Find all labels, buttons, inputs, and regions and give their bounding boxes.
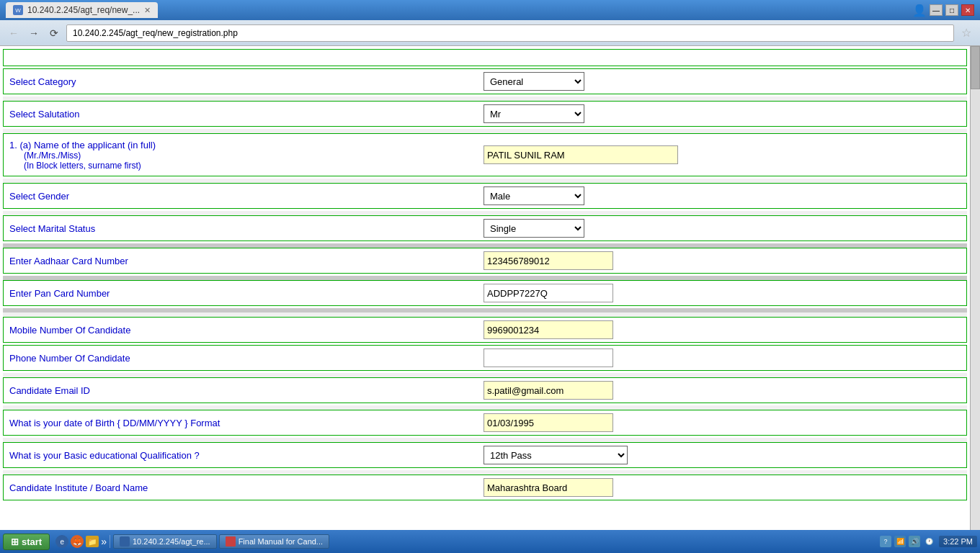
pan-row: Enter Pan Card Number: [3, 280, 967, 306]
category-label: Select Category: [4, 69, 479, 94]
applicant-name-input[interactable]: [484, 145, 678, 164]
salutation-select[interactable]: Mr Mrs Miss Dr: [484, 104, 584, 123]
salutation-control-cell: Mr Mrs Miss Dr: [479, 102, 966, 126]
tab-favicon: W: [13, 5, 23, 15]
phone-input[interactable]: [484, 349, 613, 367]
aadhar-label: Enter Aadhaar Card Number: [4, 248, 479, 273]
institute-control-cell: [479, 475, 966, 500]
tab-close-button[interactable]: ✕: [144, 6, 151, 15]
dob-input[interactable]: [484, 413, 613, 432]
institute-row: Candidate Institute / Board Name: [3, 475, 967, 500]
select-salutation-row: Select Salutation Mr Mrs Miss Dr: [3, 101, 967, 127]
phone-control-cell: [479, 346, 966, 370]
applicant-name-sub1: (Mr./Mrs./Miss): [24, 150, 473, 161]
education-control-cell: 10th Pass 12th Pass Graduate Post Gradua…: [479, 443, 966, 467]
scrollbar[interactable]: [970, 46, 980, 530]
gender-select[interactable]: Male Female Other: [484, 186, 584, 205]
marital-control-cell: Single Married Divorced Widowed: [479, 216, 966, 240]
top-partial-row: [3, 49, 967, 66]
back-button[interactable]: ←: [6, 25, 22, 41]
phone-row: Phone Number Of Candidate: [3, 345, 967, 371]
email-label: Candidate Email ID: [4, 378, 479, 403]
select-category-row: Select Category General OBC SC ST: [3, 68, 967, 94]
aadhar-input[interactable]: [484, 251, 613, 270]
mobile-row: Mobile Number Of Candidate: [3, 317, 967, 343]
marital-status-row: Select Marital Status Single Married Div…: [3, 215, 967, 241]
category-control-cell: General OBC SC ST: [479, 69, 966, 94]
dob-label: What is your date of Birth { DD/MM/YYYY …: [4, 410, 479, 435]
salutation-label: Select Salutation: [4, 102, 479, 126]
browser-toolbar: ← → ⟳ ☆: [0, 20, 980, 46]
window-maximize-button[interactable]: □: [945, 4, 958, 16]
gender-control-cell: Male Female Other: [479, 184, 966, 208]
email-input[interactable]: [484, 381, 613, 400]
reload-button[interactable]: ⟳: [46, 25, 62, 41]
mobile-input[interactable]: [484, 320, 613, 339]
browser-content: Select Category General OBC SC ST Select…: [0, 46, 980, 530]
marital-select[interactable]: Single Married Divorced Widowed: [484, 219, 584, 238]
email-control-cell: [479, 378, 966, 403]
window-close-button[interactable]: ✕: [961, 4, 974, 16]
forward-button[interactable]: →: [26, 25, 42, 41]
bookmark-star-icon[interactable]: ☆: [958, 26, 974, 40]
address-bar[interactable]: [66, 24, 954, 42]
pan-input[interactable]: [484, 284, 613, 302]
dob-control-cell: [479, 410, 966, 435]
tab-title: 10.240.2.245/agt_req/new_...: [27, 5, 140, 15]
scrollbar-thumb[interactable]: [971, 46, 980, 89]
window-minimize-button[interactable]: —: [930, 4, 943, 16]
pan-label: Enter Pan Card Number: [4, 281, 479, 305]
education-row: What is your Basic educational Qualifica…: [3, 442, 967, 468]
form-wrapper: Select Category General OBC SC ST Select…: [0, 46, 970, 530]
mobile-label: Mobile Number Of Candidate: [4, 318, 479, 342]
browser-titlebar: W 10.240.2.245/agt_req/new_... ✕ 👤 — □ ✕: [0, 0, 980, 20]
window-user-icon: 👤: [912, 4, 927, 17]
aadhar-row: Enter Aadhaar Card Number: [3, 248, 967, 274]
category-select[interactable]: General OBC SC ST: [484, 72, 584, 91]
institute-label: Candidate Institute / Board Name: [4, 475, 479, 500]
select-gender-row: Select Gender Male Female Other: [3, 183, 967, 209]
gender-label: Select Gender: [4, 184, 479, 208]
phone-label: Phone Number Of Candidate: [4, 346, 479, 370]
education-label: What is your Basic educational Qualifica…: [4, 443, 479, 467]
applicant-name-label: 1. (a) Name of the applicant (in full) (…: [4, 134, 479, 176]
applicant-name-sub2: (In Block letters, surname first): [24, 161, 473, 171]
pan-control-cell: [479, 281, 966, 305]
browser-tab[interactable]: W 10.240.2.245/agt_req/new_... ✕: [6, 2, 158, 18]
dob-row: What is your date of Birth { DD/MM/YYYY …: [3, 410, 967, 436]
mobile-control-cell: [479, 318, 966, 342]
education-select[interactable]: 10th Pass 12th Pass Graduate Post Gradua…: [484, 446, 628, 464]
email-row: Candidate Email ID: [3, 377, 967, 403]
applicant-name-control-cell: [479, 134, 966, 176]
institute-input[interactable]: [484, 478, 613, 497]
aadhar-control-cell: [479, 248, 966, 273]
marital-label: Select Marital Status: [4, 216, 479, 240]
applicant-name-row: 1. (a) Name of the applicant (in full) (…: [3, 133, 967, 176]
